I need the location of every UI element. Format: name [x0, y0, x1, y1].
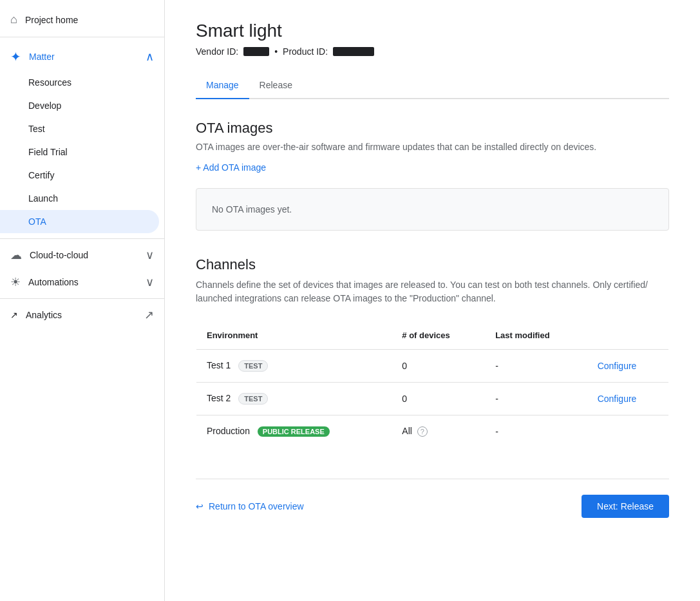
- return-icon: ↩: [196, 501, 203, 511]
- launch-label: Launch: [28, 193, 58, 204]
- field-trial-label: Field Trial: [28, 147, 68, 157]
- certify-label: Certify: [28, 170, 54, 180]
- footer: ↩ Return to OTA overview Next: Release: [196, 479, 669, 518]
- vendor-id-label: Vendor ID:: [196, 46, 238, 57]
- devices-cell: 0: [392, 383, 485, 415]
- configure-button-test2[interactable]: Configure: [598, 394, 637, 404]
- cloud-to-cloud-label: Cloud-to-cloud: [30, 250, 138, 260]
- page-title: Smart light: [196, 21, 669, 41]
- col-action: [587, 321, 669, 350]
- vendor-product-row: Vendor ID: • Product ID:: [196, 46, 669, 57]
- return-label: Return to OTA overview: [209, 501, 304, 511]
- resources-label: Resources: [28, 77, 71, 88]
- env-name: Test 1: [207, 360, 231, 370]
- table-row: Production PUBLIC RELEASE All ? -: [196, 415, 669, 448]
- external-link-icon: ↗: [144, 308, 154, 322]
- channels-table: Environment # of devices Last modified T…: [196, 321, 669, 448]
- return-to-ota-link[interactable]: ↩ Return to OTA overview: [196, 501, 304, 511]
- ota-section-title: OTA images: [196, 120, 669, 137]
- env-cell: Production PUBLIC RELEASE: [196, 415, 392, 448]
- env-name: Test 2: [207, 393, 231, 403]
- analytics-label: Analytics: [26, 310, 62, 320]
- sidebar-item-ota[interactable]: OTA: [0, 210, 159, 233]
- sidebar-item-automations[interactable]: ☀ Automations ∨: [0, 269, 164, 296]
- action-cell: Configure: [587, 383, 669, 415]
- sidebar-item-certify[interactable]: Certify: [0, 164, 159, 187]
- help-icon[interactable]: ?: [417, 426, 428, 437]
- modified-cell: -: [485, 415, 587, 448]
- sidebar-item-resources[interactable]: Resources: [0, 71, 159, 94]
- action-cell: Configure: [587, 350, 669, 383]
- channels-section-title: Channels: [196, 256, 669, 273]
- sidebar-item-launch[interactable]: Launch: [0, 187, 159, 210]
- analytics-icon: ↗: [10, 310, 18, 320]
- product-id-value: [333, 47, 374, 56]
- table-row: Test 2 TEST 0 - Configure: [196, 383, 669, 415]
- env-cell: Test 2 TEST: [196, 383, 392, 415]
- cloud-icon: ☁: [10, 248, 22, 262]
- tab-release[interactable]: Release: [249, 72, 303, 99]
- next-release-button[interactable]: Next: Release: [582, 495, 669, 518]
- product-id-label: Product ID:: [283, 46, 328, 57]
- sidebar: ⌂ Project home ✦ Matter ∧ Resources Deve…: [0, 0, 165, 601]
- sidebar-item-develop[interactable]: Develop: [0, 94, 159, 117]
- tabs: Manage Release: [196, 72, 669, 99]
- add-ota-image-link[interactable]: + Add OTA image: [196, 162, 669, 173]
- sidebar-item-cloud-to-cloud[interactable]: ☁ Cloud-to-cloud ∨: [0, 242, 164, 269]
- sidebar-item-field-trial[interactable]: Field Trial: [0, 140, 159, 164]
- matter-section: ✦ Matter ∧ Resources Develop Test Field …: [0, 40, 164, 236]
- col-environment: Environment: [196, 321, 392, 350]
- automations-chevron-icon: ∨: [146, 275, 154, 289]
- col-devices: # of devices: [392, 321, 485, 350]
- vendor-id-value: [243, 47, 269, 56]
- main-content: Smart light Vendor ID: • Product ID: Man…: [165, 0, 700, 601]
- tab-manage[interactable]: Manage: [196, 72, 249, 99]
- env-cell: Test 1 TEST: [196, 350, 392, 383]
- automations-label: Automations: [28, 277, 138, 287]
- matter-icon: ✦: [10, 49, 21, 64]
- action-cell: [587, 415, 669, 448]
- separator: •: [274, 46, 278, 57]
- sidebar-item-test[interactable]: Test: [0, 117, 159, 140]
- sidebar-divider-3: [0, 298, 164, 299]
- modified-cell: -: [485, 350, 587, 383]
- devices-cell: 0: [392, 350, 485, 383]
- devices-cell: All ?: [392, 415, 485, 448]
- ota-label: OTA: [28, 216, 46, 227]
- env-name: Production: [207, 426, 250, 436]
- project-home-label: Project home: [25, 15, 78, 25]
- sidebar-project-home[interactable]: ⌂ Project home: [0, 5, 164, 34]
- sidebar-divider: [0, 37, 164, 37]
- home-icon: ⌂: [10, 13, 17, 26]
- devices-all: All: [402, 426, 412, 436]
- cloud-chevron-icon: ∨: [146, 248, 154, 262]
- matter-label: Matter: [29, 52, 55, 62]
- develop-label: Develop: [28, 100, 61, 111]
- col-last-modified: Last modified: [485, 321, 587, 350]
- sidebar-divider-2: [0, 238, 164, 239]
- status-badge: TEST: [238, 393, 268, 405]
- matter-chevron-icon: ∧: [146, 50, 154, 64]
- status-badge: PUBLIC RELEASE: [258, 426, 330, 437]
- matter-section-header[interactable]: ✦ Matter ∧: [0, 43, 164, 71]
- modified-cell: -: [485, 383, 587, 415]
- status-badge: TEST: [238, 360, 268, 372]
- automations-icon: ☀: [10, 275, 21, 289]
- table-row: Test 1 TEST 0 - Configure: [196, 350, 669, 383]
- configure-button-test1[interactable]: Configure: [598, 361, 637, 371]
- ota-empty-state: No OTA images yet.: [196, 188, 669, 231]
- sidebar-item-analytics[interactable]: ↗ Analytics ↗: [0, 301, 164, 329]
- test-label: Test: [28, 124, 45, 134]
- channels-section-description: Channels define the set of devices that …: [196, 278, 669, 305]
- ota-section-description: OTA images are over-the-air software and…: [196, 142, 669, 152]
